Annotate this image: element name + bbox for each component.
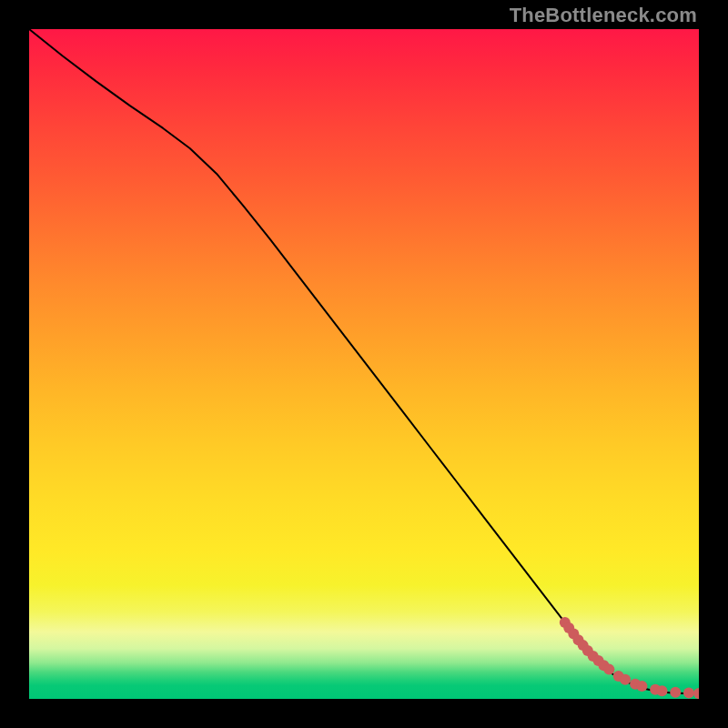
marker-point: [693, 688, 699, 699]
data-curve: [29, 29, 699, 693]
marker-point: [657, 685, 668, 696]
marker-point: [636, 681, 647, 692]
marker-point: [670, 687, 681, 698]
watermark-text: TheBottleneck.com: [510, 4, 697, 27]
marker-point: [603, 664, 614, 675]
data-markers: [560, 617, 699, 699]
marker-point: [683, 687, 694, 698]
plot-area: [29, 29, 699, 699]
chart-svg: [29, 29, 699, 699]
chart-stage: TheBottleneck.com: [0, 0, 728, 728]
marker-point: [620, 674, 631, 685]
